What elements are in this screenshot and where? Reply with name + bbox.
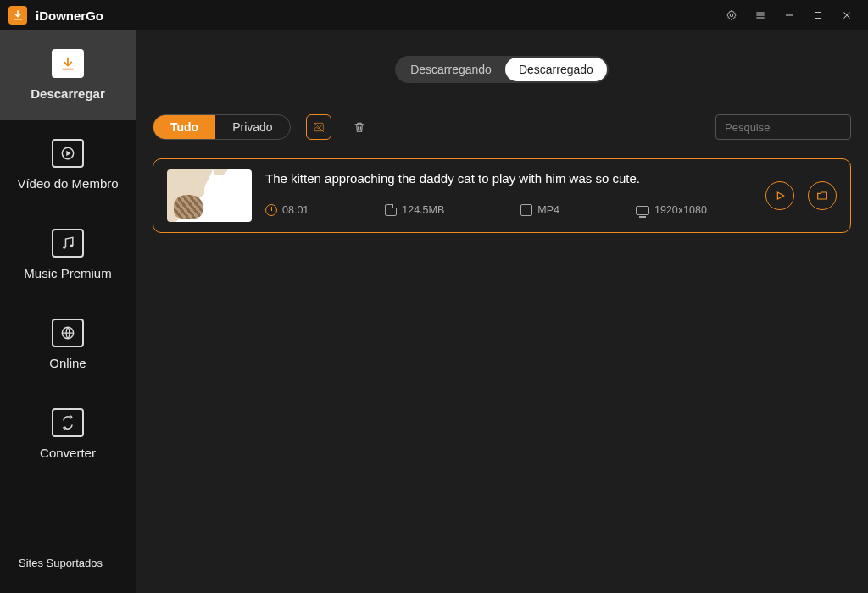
no-preview-button[interactable]: [306, 114, 331, 140]
sidebar-item-label: Descarregar: [31, 86, 105, 102]
main-panel: Descarregando Descarregado Tudo Privado: [136, 30, 868, 593]
app-name: iDownerGo: [36, 8, 103, 23]
toolbar: Tudo Privado: [153, 114, 851, 140]
meta-format: MP4: [537, 204, 559, 216]
supported-sites-link[interactable]: Sites Suportados: [0, 557, 136, 593]
meta-duration: 08:01: [282, 204, 309, 216]
download-meta: 08:01 124.5MB MP4 1920x1080: [265, 204, 752, 216]
svg-point-3: [63, 246, 66, 249]
tab-downloading[interactable]: Descarregando: [397, 58, 505, 81]
meta-size: 124.5MB: [402, 204, 444, 216]
titlebar: iDownerGo: [0, 0, 868, 30]
sidebar-item-online[interactable]: Online: [0, 300, 136, 390]
clock-icon: [265, 204, 277, 216]
open-folder-button[interactable]: [808, 181, 837, 210]
download-icon: [52, 49, 84, 78]
filter-pill: Tudo Privado: [153, 114, 291, 140]
sidebar-item-download[interactable]: Descarregar: [0, 30, 136, 120]
filter-private[interactable]: Privado: [215, 115, 289, 139]
maximize-icon: [812, 9, 824, 21]
play-button[interactable]: [765, 181, 794, 210]
delete-button[interactable]: [347, 114, 372, 140]
minimize-icon: [783, 9, 795, 21]
meta-resolution: 1920x1080: [654, 204, 707, 216]
minimize-button[interactable]: [775, 1, 804, 30]
svg-rect-1: [815, 13, 821, 19]
download-title: The kitten approaching the daddy cat to …: [265, 171, 752, 186]
video-thumbnail: [167, 169, 252, 222]
settings-button[interactable]: [717, 1, 746, 30]
sidebar: Descarregar Vídeo do Membro Music Premiu…: [0, 30, 136, 593]
sidebar-item-label: Music Premium: [24, 266, 111, 281]
download-item[interactable]: The kitten approaching the daddy cat to …: [153, 158, 851, 233]
folder-icon: [815, 189, 829, 202]
convert-icon: [52, 408, 84, 437]
svg-point-4: [70, 245, 73, 248]
play-icon: [52, 139, 84, 168]
hamburger-icon: [754, 9, 766, 21]
disk-icon: [385, 204, 397, 216]
close-icon: [841, 9, 853, 21]
tab-downloaded[interactable]: Descarregado: [505, 58, 607, 81]
sidebar-item-converter[interactable]: Converter: [0, 390, 136, 479]
sidebar-item-member-video[interactable]: Vídeo do Membro: [0, 120, 136, 210]
svg-point-0: [730, 14, 733, 17]
download-state-switch: Descarregando Descarregado: [395, 56, 609, 83]
image-slash-icon: [312, 120, 326, 134]
sidebar-item-label: Vídeo do Membro: [17, 176, 118, 191]
monitor-icon: [636, 206, 649, 215]
sidebar-item-label: Online: [49, 356, 86, 371]
globe-icon: [52, 319, 84, 347]
divider: [153, 97, 851, 97]
menu-button[interactable]: [746, 1, 775, 30]
app-logo: [8, 6, 27, 25]
music-icon: [52, 229, 84, 258]
gear-icon: [726, 9, 737, 21]
trash-icon: [353, 120, 366, 134]
search-input[interactable]: [715, 114, 851, 140]
file-icon: [520, 204, 532, 216]
download-arrow-icon: [12, 9, 24, 21]
sidebar-item-music[interactable]: Music Premium: [0, 210, 136, 300]
maximize-button[interactable]: [804, 1, 832, 30]
filter-all[interactable]: Tudo: [153, 115, 215, 139]
play-icon: [773, 189, 787, 202]
close-button[interactable]: [832, 1, 861, 30]
sidebar-item-label: Converter: [40, 446, 96, 461]
